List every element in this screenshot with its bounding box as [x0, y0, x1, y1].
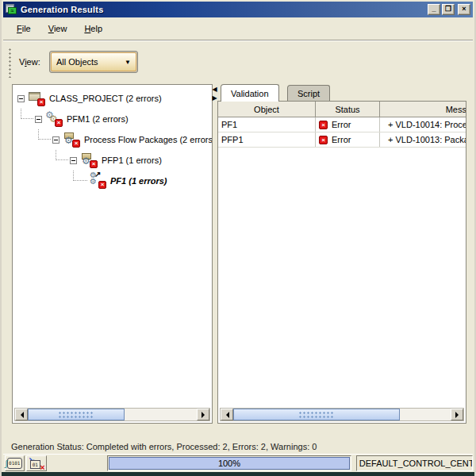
generation-status-text: Generation Status: Completed with errors…: [11, 442, 317, 451]
cell-message[interactable]: + VLD-10013: Packa: [380, 132, 466, 147]
window-title: Generation Results: [21, 5, 428, 14]
menu-view[interactable]: View: [41, 22, 75, 35]
app-icon-chart: ≈: [8, 7, 17, 14]
collapse-minus-icon[interactable]: [70, 157, 77, 164]
maximize-button[interactable]: ❐: [442, 4, 455, 15]
error-badge-icon: ×: [319, 136, 328, 144]
tab-validation[interactable]: Validation: [221, 84, 279, 102]
table-row[interactable]: PF1 × Error + VLD-10014: Proces: [218, 117, 466, 132]
scroll-left-arrow-icon[interactable]: [15, 409, 28, 420]
table-scrollbar-thumb[interactable]: [233, 409, 400, 420]
menu-help[interactable]: Help: [77, 22, 109, 35]
packages-error-icon: ⚙ ×: [63, 132, 80, 147]
collapse-minus-icon[interactable]: [52, 136, 60, 144]
view-filter-label: View:: [19, 57, 40, 67]
tree-node-class-project[interactable]: × CLASS_PROJECT (2 errors): [13, 88, 212, 109]
tree-scrollbar-track[interactable]: [125, 409, 197, 420]
generation-results-window: ≈ Generation Results _ ❐ × File View Hel…: [0, 0, 476, 476]
view-filter-combobox[interactable]: All Objects ▼: [49, 51, 138, 73]
tree-scrollbar-thumb[interactable]: [28, 409, 125, 420]
tree-node-label[interactable]: PFM1 (2 errors): [67, 114, 129, 124]
cell-message[interactable]: + VLD-10014: Proces: [380, 117, 466, 132]
tree-node-label[interactable]: PFP1 (1 errors): [102, 155, 162, 165]
collapse-minus-icon[interactable]: [17, 95, 25, 102]
arrow-up-right-icon: ↗: [94, 171, 101, 178]
progress-percent: 100%: [218, 459, 240, 468]
process-flow-error-icon: ⚙ ⚙ ↗ ×: [89, 174, 106, 188]
tree-node-label[interactable]: Process Flow Packages (2 errors): [84, 135, 212, 144]
tab-script[interactable]: Script: [287, 85, 330, 101]
status-text: Error: [332, 135, 351, 144]
minimize-button[interactable]: _: [428, 4, 440, 15]
error-tree: × CLASS_PROJECT (2 errors) ⚙ ⚙ × PFM1 (2…: [13, 88, 212, 191]
tree-node-pfp1[interactable]: ⚙ × PFP1 (1 errors): [13, 150, 212, 171]
column-header-message[interactable]: Message: [380, 102, 466, 117]
tree-connector: [73, 171, 87, 181]
red-x-icon: ×: [40, 463, 44, 471]
progress-bar-well: 100%: [107, 455, 351, 471]
view-filter-value: All Objects: [56, 57, 125, 67]
status-text: Error: [332, 120, 351, 129]
cell-object[interactable]: PF1: [218, 117, 316, 132]
app-icon: ≈: [6, 4, 17, 15]
generation-tree-panel: × CLASS_PROJECT (2 errors) ⚙ ⚙ × PFM1 (2…: [12, 84, 213, 424]
column-header-object[interactable]: Object: [218, 102, 316, 117]
tree-connector: [21, 109, 33, 119]
control-center-cell: DEFAULT_CONTROL_CENTER: [356, 455, 473, 471]
control-center-name: DEFAULT_CONTROL_CENTER: [359, 459, 473, 468]
tree-connector: [38, 129, 51, 140]
menu-bar: File View Help: [3, 19, 473, 38]
error-badge-icon: ×: [72, 140, 80, 148]
cell-object[interactable]: PFP1: [218, 132, 316, 147]
tree-node-pfm1[interactable]: ⚙ ⚙ × PFM1 (2 errors): [13, 109, 212, 129]
error-badge-icon: ×: [90, 160, 98, 168]
tree-node-process-flow-packages[interactable]: ⚙ × Process Flow Packages (2 errors): [13, 129, 212, 150]
table-row[interactable]: PFP1 × Error + VLD-10013: Packa: [218, 132, 466, 148]
collapse-right-icon[interactable]: ▶: [212, 94, 217, 102]
tree-connector: [56, 150, 68, 160]
toolbar-grip-handle[interactable]: [9, 48, 11, 78]
chevron-down-icon[interactable]: ▼: [125, 59, 131, 66]
package-error-icon: ⚙ ×: [80, 153, 98, 167]
progress-bar: 100%: [109, 457, 350, 470]
status-bar: 0101 ↘ 01 × 100% DEFAULT_CONTROL_CENTER: [3, 454, 473, 472]
module-error-icon: ⚙ ⚙ ×: [45, 112, 63, 126]
title-bar: ≈ Generation Results _ ❐ ×: [3, 2, 473, 17]
tree-node-label[interactable]: CLASS_PROJECT (2 errors): [49, 94, 162, 103]
menu-file[interactable]: File: [10, 22, 38, 35]
table-header: Object Status Message: [218, 102, 466, 117]
project-error-icon: ×: [28, 91, 45, 106]
toolbar: View: All Objects ▼: [3, 41, 473, 83]
error-badge-icon: ×: [55, 119, 63, 127]
generation-error-icon: ↘ 01 ×: [26, 455, 48, 471]
close-button[interactable]: ×: [458, 4, 470, 15]
cell-status[interactable]: × Error: [316, 132, 380, 147]
desktop-edge: [2, 472, 476, 476]
error-badge-icon: ×: [98, 181, 106, 189]
scroll-right-arrow-icon[interactable]: [197, 409, 209, 420]
column-header-status[interactable]: Status: [316, 102, 380, 117]
validation-results-panel: Object Status Message PF1 × Error + VLD-…: [217, 101, 466, 424]
tree-node-pf1[interactable]: ⚙ ⚙ ↗ × PF1 (1 errors): [13, 171, 212, 191]
collapse-minus-icon[interactable]: [35, 116, 42, 123]
scroll-left-arrow-icon[interactable]: [221, 409, 233, 420]
table-horizontal-scrollbar[interactable]: [220, 408, 464, 421]
cell-status[interactable]: × Error: [316, 117, 380, 132]
table-scrollbar-track[interactable]: [400, 409, 451, 420]
code-generation-icon: 0101: [5, 455, 25, 471]
tree-node-label-selected[interactable]: PF1 (1 errors): [110, 176, 167, 186]
error-badge-icon: ×: [319, 121, 328, 129]
scroll-right-arrow-icon[interactable]: [451, 409, 463, 420]
collapse-left-icon[interactable]: ◀: [212, 86, 217, 93]
tree-horizontal-scrollbar[interactable]: [14, 408, 210, 421]
error-badge-icon: ×: [37, 98, 45, 106]
